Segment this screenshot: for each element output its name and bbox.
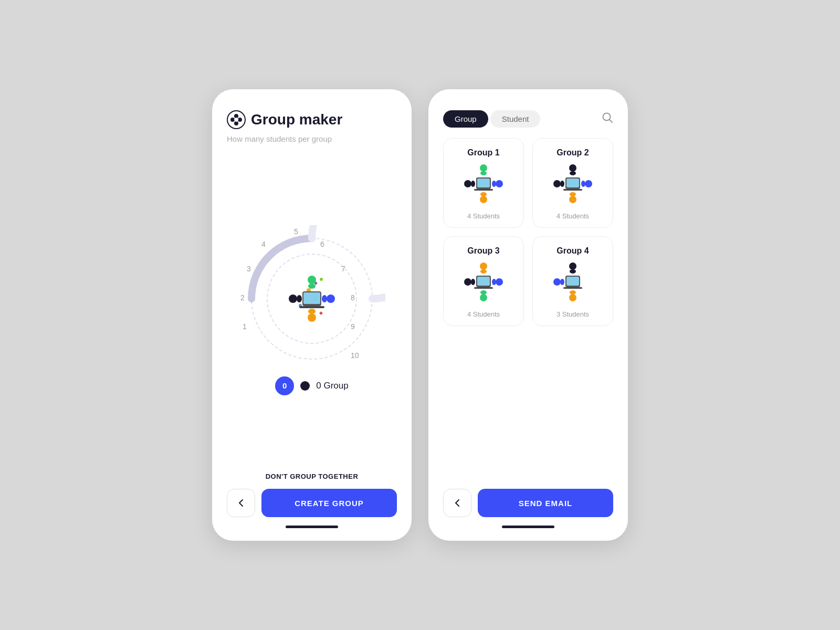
svg-rect-53 [477,277,490,286]
dial-num-9: 9 [351,322,355,331]
screen-container: Group maker How many students per group … [191,68,649,562]
svg-rect-42 [566,178,579,187]
svg-point-12 [308,309,316,314]
svg-point-13 [289,295,297,303]
group-2-figure [552,163,594,205]
group-1-title: Group 1 [467,148,499,158]
group-4-figure [552,261,594,303]
svg-point-2 [234,121,238,125]
dial-group-label: 0 Group [316,381,348,391]
svg-point-35 [569,196,576,203]
svg-point-16 [322,295,327,302]
group-card-1[interactable]: Group 1 4 [443,138,524,228]
svg-point-48 [464,278,471,286]
svg-point-45 [480,269,487,274]
group-2-title: Group 2 [556,148,589,158]
svg-point-56 [570,269,576,274]
svg-point-39 [585,180,592,187]
svg-rect-19 [299,306,324,308]
send-email-button[interactable]: SEND EMAIL [478,489,613,517]
svg-point-59 [553,278,561,286]
svg-point-1 [234,114,238,118]
group-4-icon [552,261,594,303]
group-card-2[interactable]: Group 2 4 [532,138,613,228]
dial-num-8: 8 [351,293,355,302]
svg-rect-32 [474,189,493,191]
svg-rect-54 [474,287,493,289]
svg-point-26 [464,180,471,187]
group-4-title: Group 4 [556,246,589,256]
tab-group: Group Student [443,110,540,128]
svg-point-15 [327,295,335,303]
right-back-button[interactable] [443,489,471,517]
svg-point-49 [471,279,475,285]
tab-group[interactable]: Group [443,110,488,128]
create-group-button[interactable]: CREATE GROUP [261,489,397,517]
svg-point-37 [553,180,561,187]
dial-num-6: 6 [320,240,324,248]
left-bottom-row: CREATE GROUP [227,489,397,517]
group-2-count: 4 Students [556,212,589,220]
svg-rect-43 [563,189,582,191]
left-phone: Group maker How many students per group … [212,89,412,541]
tab-row: Group Student [443,110,613,128]
svg-point-29 [492,181,496,187]
left-back-button[interactable] [227,489,255,517]
right-home-indicator [502,526,554,528]
app-title: Group maker [251,111,342,128]
svg-point-50 [496,278,503,286]
svg-point-57 [569,294,576,301]
svg-rect-63 [563,287,582,289]
group-3-title: Group 3 [467,246,499,256]
search-icon [602,112,613,123]
dial-num-1: 1 [243,322,247,331]
dial-area: 5 4 6 3 7 2 8 1 9 10 [227,154,397,466]
svg-point-51 [492,279,496,285]
svg-point-38 [560,181,564,187]
group-1-icon [463,163,505,205]
svg-line-21 [610,120,613,123]
back-icon [236,498,246,508]
svg-point-4 [238,118,242,122]
svg-point-58 [570,290,576,295]
svg-point-47 [480,290,487,295]
svg-point-11 [308,313,316,322]
dial-value-row: 0 0 Group [275,376,348,395]
svg-point-3 [230,118,235,122]
dial-wrapper[interactable]: 5 4 6 3 7 2 8 1 9 10 [238,225,385,372]
group-2-icon [552,163,594,205]
group-card-3[interactable]: Group 3 4 [443,236,524,326]
svg-rect-62 [566,277,579,286]
svg-point-27 [471,181,475,187]
app-header: Group maker [227,110,397,129]
dial-num-4: 4 [261,240,266,248]
left-home-indicator [286,526,338,528]
search-button[interactable] [602,112,613,126]
tab-student[interactable]: Student [490,110,541,128]
svg-point-14 [297,295,302,302]
svg-point-24 [480,196,487,203]
svg-rect-31 [477,178,490,187]
svg-point-33 [569,164,576,172]
svg-point-40 [581,181,585,187]
groups-grid: Group 1 4 [443,138,613,326]
svg-point-23 [480,171,487,175]
group-3-count: 4 Students [467,310,500,318]
subtitle: How many students per group [227,134,397,143]
svg-point-9 [308,276,316,284]
dial-bubble[interactable]: 0 [275,376,294,395]
right-bottom-row: SEND EMAIL [443,489,613,517]
dial-num-7: 7 [341,265,345,273]
dial-num-10: 10 [351,351,359,360]
svg-point-34 [570,171,576,175]
group-1-figure [463,163,505,205]
group-3-figure [463,261,505,303]
group-card-4[interactable]: Group 4 3 Students [532,236,613,326]
svg-point-10 [308,284,316,289]
svg-point-44 [480,262,487,270]
svg-point-46 [480,294,487,301]
svg-point-25 [480,192,487,196]
group-maker-icon [227,110,246,129]
dial-num-5: 5 [294,227,298,236]
svg-point-36 [570,192,576,196]
